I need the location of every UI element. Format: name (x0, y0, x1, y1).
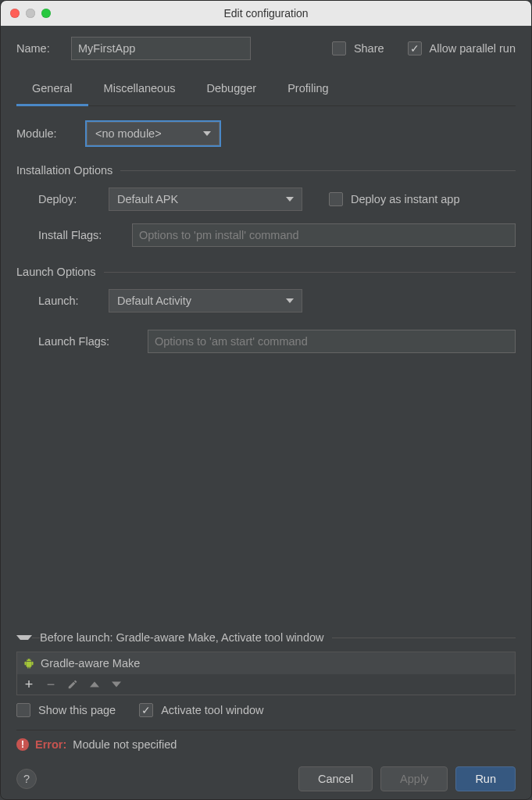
run-button[interactable]: Run (455, 766, 516, 791)
activate-tool-window-checkbox[interactable] (139, 703, 153, 717)
edit-configuration-window: Edit configuration Name: Share Allow par… (0, 0, 532, 800)
installation-options-group: Installation Options Deploy: Default APK… (16, 164, 516, 247)
error-row: ! Error: Module not specified (16, 730, 516, 751)
tab-debugger[interactable]: Debugger (191, 74, 272, 105)
apply-button[interactable]: Apply (380, 766, 448, 791)
android-icon (23, 657, 34, 670)
launch-label: Launch: (38, 295, 101, 307)
edit-task-icon[interactable] (67, 679, 78, 690)
name-label: Name: (16, 42, 63, 55)
launch-flags-label: Launch Flags: (38, 335, 140, 348)
error-prefix: Error: (35, 738, 66, 751)
launch-flags-input[interactable] (148, 330, 516, 353)
task-item[interactable]: Gradle-aware Make (17, 652, 515, 674)
show-this-page-checkbox[interactable] (16, 703, 30, 717)
module-row: Module: <no module> (16, 122, 516, 145)
before-launch-task-list: Gradle-aware Make + − (16, 652, 516, 695)
name-row: Name: Share Allow parallel run (16, 37, 516, 60)
launch-options-legend: Launch Options (16, 266, 104, 278)
share-label: Share (354, 42, 384, 55)
module-select-value: <no module> (95, 127, 162, 140)
tab-general[interactable]: General (16, 74, 88, 106)
tab-bar: General Miscellaneous Debugger Profiling (16, 74, 516, 106)
tab-miscellaneous[interactable]: Miscellaneous (88, 74, 191, 105)
task-item-label: Gradle-aware Make (41, 657, 140, 670)
install-flags-input[interactable] (132, 223, 516, 247)
before-launch-checks: Show this page Activate tool window (16, 703, 516, 717)
installation-options-legend: Installation Options (16, 164, 120, 177)
deploy-instant-label: Deploy as instant app (351, 193, 459, 205)
deploy-instant-checkbox[interactable] (329, 192, 343, 206)
deploy-select[interactable]: Default APK (109, 188, 302, 211)
install-flags-label: Install Flags: (38, 229, 124, 241)
move-down-icon[interactable] (111, 679, 122, 690)
tab-profiling[interactable]: Profiling (272, 74, 344, 105)
before-launch-header-row: Before launch: Gradle-aware Make, Activa… (16, 631, 516, 644)
before-launch-header: Before launch: Gradle-aware Make, Activa… (40, 631, 332, 644)
launch-select-value: Default Activity (117, 295, 191, 307)
deploy-select-value: Default APK (117, 193, 178, 205)
disclosure-triangle-icon[interactable] (16, 635, 32, 640)
window-title: Edit configuration (1, 7, 531, 20)
dialog-footer: ? Cancel Apply Run (16, 759, 516, 791)
allow-parallel-checkbox[interactable] (408, 41, 422, 55)
module-select[interactable]: <no module> (87, 122, 220, 145)
share-checkbox[interactable] (332, 41, 346, 55)
chevron-down-icon (286, 197, 294, 202)
allow-parallel-label: Allow parallel run (430, 42, 516, 55)
titlebar: Edit configuration (1, 1, 531, 26)
module-label: Module: (16, 127, 79, 140)
task-toolbar: + − (17, 674, 515, 695)
add-task-icon[interactable]: + (23, 679, 34, 690)
deploy-label: Deploy: (38, 193, 101, 205)
chevron-down-icon (286, 298, 294, 303)
show-this-page-label: Show this page (38, 704, 116, 716)
chevron-down-icon (203, 131, 211, 136)
error-message: Module not specified (73, 738, 177, 751)
name-input[interactable] (71, 37, 251, 60)
remove-task-icon[interactable]: − (45, 679, 56, 690)
error-icon: ! (16, 738, 29, 751)
move-up-icon[interactable] (89, 679, 100, 690)
help-button[interactable]: ? (16, 769, 37, 789)
activate-tool-window-label: Activate tool window (161, 704, 263, 716)
cancel-button[interactable]: Cancel (298, 766, 373, 791)
launch-options-group: Launch Options Launch: Default Activity … (16, 266, 516, 353)
launch-select[interactable]: Default Activity (109, 289, 302, 312)
